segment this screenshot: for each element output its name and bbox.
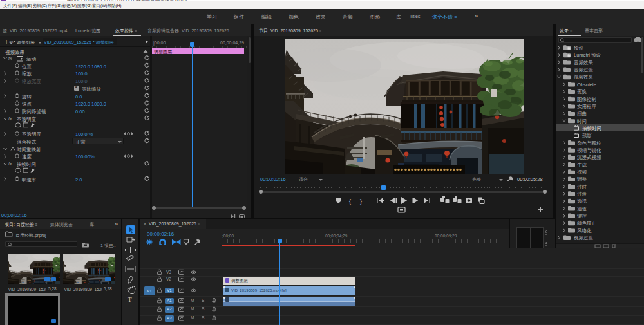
svg-text:T: T [128,295,132,303]
svg-text:{: { [349,198,351,205]
svg-text:}: } [360,198,362,205]
